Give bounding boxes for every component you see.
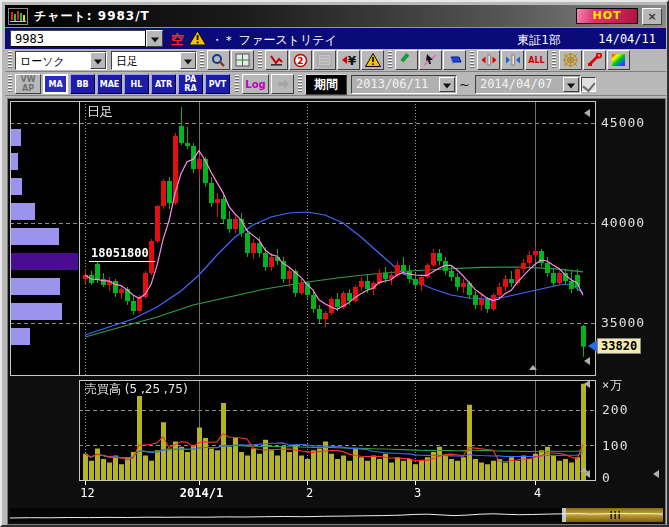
cursor-line-icon	[423, 53, 438, 67]
close-button[interactable]: ×	[642, 8, 662, 25]
title-bar[interactable]: チャート: 9983/T HOT ×	[5, 5, 666, 27]
period-button[interactable]: 期間	[305, 74, 347, 95]
draw-pencil-button[interactable]	[395, 50, 418, 70]
volume-pane-title: 売買高 (5 ,25 ,75)	[85, 381, 188, 398]
period-checkbox[interactable]	[581, 77, 596, 92]
volume-tick-0: 0	[602, 470, 611, 485]
toolbar-grip[interactable]	[235, 75, 239, 93]
board-icon	[317, 53, 332, 67]
symbol-input[interactable]	[10, 30, 146, 47]
toolbar-grip[interactable]	[8, 75, 12, 93]
date-to-dropdown-button[interactable]	[563, 77, 579, 92]
eraser-icon	[447, 53, 462, 67]
price-mark-icon	[269, 53, 284, 67]
settings-wrench-button[interactable]	[583, 50, 606, 70]
zoom-button[interactable]	[207, 50, 230, 70]
app-icon	[8, 8, 28, 25]
indicator-hl-button[interactable]: HL	[124, 74, 149, 94]
circled-2-button[interactable]: 2	[289, 50, 312, 70]
volume-profile-pane[interactable]	[10, 101, 80, 376]
circled-2-icon: 2	[293, 53, 308, 68]
alert-button[interactable]	[361, 50, 384, 70]
expand-bars-icon	[481, 53, 497, 67]
chart-type-dropdown-button[interactable]	[90, 52, 106, 69]
wrench-icon	[587, 53, 602, 67]
date-to-combo[interactable]: 2014/04/07	[475, 75, 581, 94]
log-scale-button[interactable]: Log	[242, 74, 269, 94]
timeframe-combo[interactable]: 日足	[111, 51, 197, 70]
trendline-button[interactable]	[419, 50, 442, 70]
volume-tick-200: 200	[602, 402, 628, 417]
color-palette-button[interactable]	[607, 50, 630, 70]
svg-text:¥: ¥	[347, 54, 356, 68]
short-sell-flag: 空	[171, 31, 184, 49]
x-tick-dec: 12	[80, 486, 94, 500]
toolbar-grip[interactable]	[258, 51, 262, 69]
chart-client-area: 日足 18051800 45000 40000 35000 33820 売買高 …	[7, 98, 666, 525]
toolbar-grip[interactable]	[298, 75, 302, 93]
board-button	[313, 50, 336, 70]
pencil-icon	[399, 53, 414, 67]
x-tick-jan: 2014/1	[180, 486, 223, 500]
grid-icon	[235, 53, 250, 67]
yen-button[interactable]: ¥	[337, 50, 360, 70]
indicator-atr-button[interactable]: ATR	[151, 74, 176, 94]
svg-text:2: 2	[297, 56, 303, 66]
price-mark-button[interactable]	[265, 50, 288, 70]
volume-at-price-label: 18051800	[89, 246, 155, 262]
show-all-button[interactable]: ALL	[525, 50, 548, 70]
symbol-dropdown-button[interactable]	[146, 30, 163, 47]
chart-window: チャート: 9983/T HOT × 空 ・＊ ファーストリテイ 東証1部 14…	[0, 0, 669, 527]
range-tilde: ~	[459, 77, 470, 92]
zoom-icon	[211, 53, 226, 68]
toolbar-grip[interactable]	[200, 51, 204, 69]
hot-button[interactable]: HOT	[576, 8, 638, 24]
net-icon	[563, 53, 578, 67]
eraser-button[interactable]	[443, 50, 466, 70]
price-chart-pane[interactable]	[79, 101, 596, 376]
indicator-pvt-button[interactable]: PVT	[205, 74, 230, 94]
date-from-combo[interactable]: 2013/06/11	[351, 75, 457, 94]
toolbar-grip[interactable]	[470, 51, 474, 69]
chart-type-combo[interactable]: ローソク	[15, 51, 107, 70]
expand-bars-button[interactable]	[477, 50, 500, 70]
indicator-vwap-button: VW AP	[15, 74, 41, 94]
warning-icon	[189, 31, 206, 45]
all-label: ALL	[528, 56, 544, 65]
pane-title-daily: 日足	[87, 103, 113, 121]
toolbar-main: ローソク 日足 2	[5, 49, 666, 72]
grid-button[interactable]	[231, 50, 254, 70]
last-price-value: 33820	[597, 338, 641, 354]
indicator-para-button[interactable]: PA RA	[178, 74, 203, 94]
price-tick-35000: 35000	[601, 315, 645, 330]
toolbar-indicators: VW AP MA BB MAE HL ATR PA RA PVT Log 期間 …	[5, 73, 666, 96]
issue-name: ・＊ ファーストリテイ	[211, 32, 337, 49]
date-from-dropdown-button[interactable]	[439, 77, 455, 92]
alert-warning-icon	[365, 53, 381, 67]
yen-icon: ¥	[341, 53, 357, 67]
net-button[interactable]	[559, 50, 582, 70]
palette-icon	[611, 53, 626, 67]
price-tick-40000: 40000	[601, 215, 645, 230]
toolbar-grip[interactable]	[388, 51, 392, 69]
x-tick-feb: 2	[306, 486, 313, 500]
shrink-bars-button[interactable]	[501, 50, 524, 70]
indicator-ma-button[interactable]: MA	[43, 74, 68, 94]
window-title: チャート: 9983/T	[34, 8, 150, 25]
shrink-bars-icon	[505, 53, 521, 67]
arrow-right-icon	[276, 78, 290, 90]
x-tick-apr: 4	[534, 486, 541, 500]
toolbar-grip[interactable]	[552, 51, 556, 69]
volume-axis-unit: ×万	[602, 377, 623, 394]
market-name: 東証1部	[517, 32, 561, 49]
indicator-bb-button[interactable]: BB	[70, 74, 95, 94]
quote-date: 14/04/11	[598, 32, 656, 46]
price-arrow-icon	[588, 340, 597, 352]
timeframe-dropdown-button[interactable]	[180, 52, 196, 69]
indicator-mae-button[interactable]: MAE	[97, 74, 122, 94]
toolbar-grip[interactable]	[8, 51, 12, 69]
info-bar: 空 ・＊ ファーストリテイ 東証1部 14/04/11	[5, 28, 666, 49]
volume-tick-100: 100	[602, 438, 628, 453]
last-price-tag: 33820	[588, 338, 641, 354]
x-tick-mar: 3	[414, 486, 421, 500]
